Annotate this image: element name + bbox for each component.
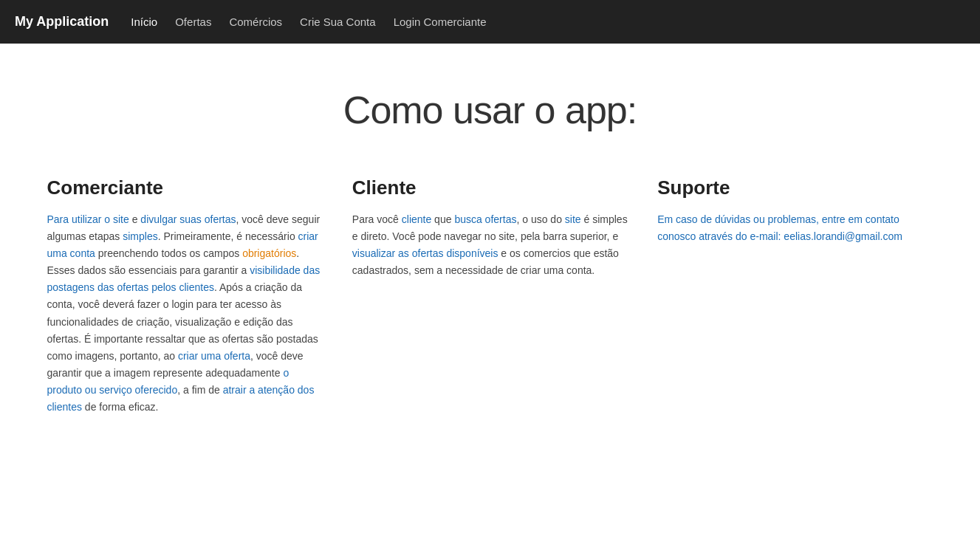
navbar: My Application Início Ofertas Comércios … xyxy=(0,0,980,44)
nav-link-login-comerciante[interactable]: Login Comerciante xyxy=(394,16,487,28)
cliente-text: Para você cliente que busca ofertas, o u… xyxy=(352,211,628,279)
nav-link-crie-sua-conta[interactable]: Crie Sua Conta xyxy=(300,16,376,28)
suporte-heading: Suporte xyxy=(657,176,933,199)
page-title: Como usar o app: xyxy=(44,88,936,132)
column-suporte: Suporte Em caso de dúvidas ou problemas,… xyxy=(657,176,933,416)
nav-item-ofertas[interactable]: Ofertas xyxy=(175,16,211,29)
comerciante-text: Para utilizar o site e divulgar suas ofe… xyxy=(47,211,323,416)
comerciante-heading: Comerciante xyxy=(47,176,323,199)
nav-link-inicio[interactable]: Início xyxy=(131,16,157,28)
nav-item-inicio[interactable]: Início xyxy=(131,16,157,29)
column-cliente: Cliente Para você cliente que busca ofer… xyxy=(352,176,628,416)
columns-container: Comerciante Para utilizar o site e divul… xyxy=(47,176,933,416)
cliente-heading: Cliente xyxy=(352,176,628,199)
column-comerciante: Comerciante Para utilizar o site e divul… xyxy=(47,176,323,416)
nav-link-comercios[interactable]: Comércios xyxy=(229,16,282,28)
nav-item-comercios[interactable]: Comércios xyxy=(229,16,282,29)
nav-links: Início Ofertas Comércios Crie Sua Conta … xyxy=(131,16,486,29)
nav-item-login-comerciante[interactable]: Login Comerciante xyxy=(394,16,487,29)
suporte-text: Em caso de dúvidas ou problemas, entre e… xyxy=(657,211,933,245)
nav-item-crie-sua-conta[interactable]: Crie Sua Conta xyxy=(300,16,376,29)
nav-brand[interactable]: My Application xyxy=(15,14,109,30)
main-content: Como usar o app: Comerciante Para utiliz… xyxy=(0,44,980,475)
nav-link-ofertas[interactable]: Ofertas xyxy=(175,16,211,28)
